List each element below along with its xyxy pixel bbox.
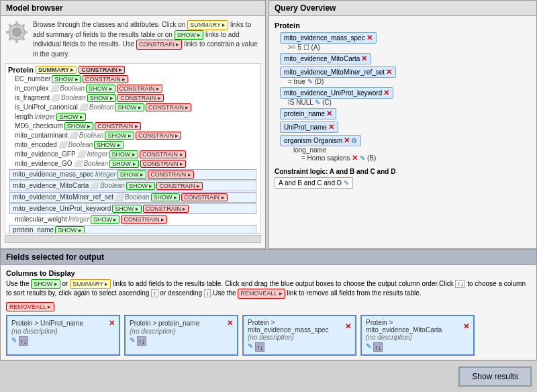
- model-browser-content: Browse through the classes and attribute…: [1, 16, 265, 248]
- remove-massspec-btn[interactable]: ✕: [367, 34, 373, 42]
- mitocarta-show-btn[interactable]: SHOW ▸: [126, 182, 156, 190]
- chip-mitocarta: mito_evidence_MitoCarta ✕: [280, 53, 371, 64]
- model-browser-panel: Model browser: [0, 0, 266, 249]
- field-row: mito_encoded ⬜ Boolean SHOW ▸: [12, 140, 259, 150]
- mitominer-show-btn[interactable]: SHOW ▸: [151, 193, 181, 201]
- remove-col-1-btn[interactable]: ✕: [109, 319, 115, 328]
- field-row-highlight: protein_name SHOW ▸: [9, 225, 256, 234]
- remove-all-btn[interactable]: REMOVEALL ▸: [6, 302, 54, 311]
- mitominer-value: = true ✎ (D): [288, 78, 531, 85]
- output-box-uniprotname[interactable]: Protein > UniProt_name ✕ (no description…: [6, 315, 120, 356]
- constraint-logic-label: Constraint logic: A and B and C and D: [275, 168, 531, 175]
- settings-organism-icon[interactable]: ⚙: [351, 137, 357, 144]
- constrain-tag-example[interactable]: CONSTRAIN ▸: [136, 40, 183, 50]
- remove-col-3-btn[interactable]: ✕: [345, 322, 351, 331]
- protein-summary-btn[interactable]: SUMMARY ▸: [36, 66, 77, 74]
- svg-rect-3: [15, 39, 18, 43]
- remove-organism-btn[interactable]: ✕: [344, 136, 350, 145]
- removeall-tag-desc[interactable]: REMOVEALL ▸: [238, 289, 285, 299]
- molweight-show-btn[interactable]: SHOW ▸: [91, 215, 120, 224]
- edit-col-2-icon[interactable]: ✎: [130, 336, 135, 346]
- chip-uniprotname: UniProt_name ✕: [280, 121, 338, 133]
- chip-uniprot-kw: mito_evidence_UniProt_keyword ✕: [280, 87, 393, 99]
- query-overview-title: Query Overview: [269, 1, 536, 16]
- isuniprot-constrain-btn[interactable]: CONSTRAIN ▸: [146, 103, 192, 111]
- isuniprot-show-btn[interactable]: SHOW ▸: [115, 103, 144, 111]
- remove-mitominer-btn[interactable]: ✕: [386, 68, 392, 77]
- show-results-button[interactable]: Show results: [458, 366, 532, 387]
- field-row: in_complex ⬜ Boolean SHOW ▸ CONSTRAIN ▸: [12, 84, 259, 93]
- mitogfp-constrain-btn[interactable]: CONSTRAIN ▸: [140, 150, 186, 158]
- uniprot-kw-constrain-btn[interactable]: CONSTRAIN ▸: [143, 205, 189, 213]
- md5-constrain-btn[interactable]: CONSTRAIN ▸: [95, 122, 141, 130]
- remove-uniprot-kw-btn[interactable]: ✕: [383, 89, 389, 97]
- sort-col-2-icon[interactable]: ↑↓: [137, 336, 146, 346]
- remove-protname-btn[interactable]: ✕: [326, 109, 332, 118]
- edit-col-1-icon[interactable]: ✎: [11, 336, 17, 346]
- field-row: molecular_weight Integer SHOW ▸ CONSTRAI…: [12, 215, 259, 224]
- mitogo-constrain-btn[interactable]: CONSTRAIN ▸: [140, 160, 187, 168]
- summary-tag-example[interactable]: SUMMARY ▸: [187, 20, 228, 30]
- isfrag-show-btn[interactable]: SHOW ▸: [87, 94, 117, 102]
- show-tag-desc[interactable]: SHOW ▸: [31, 279, 60, 289]
- ec-show-btn[interactable]: SHOW ▸: [52, 75, 81, 83]
- length-show-btn[interactable]: SHOW ▸: [56, 113, 86, 121]
- edit-constraint-logic-icon[interactable]: ✎: [344, 179, 349, 187]
- remove-col-4-btn[interactable]: ✕: [463, 322, 469, 331]
- edit-uniprot-kw-icon[interactable]: ✎: [315, 99, 320, 106]
- protname-show-btn[interactable]: SHOW ▸: [55, 226, 85, 234]
- model-browser-title: Model browser: [1, 1, 265, 16]
- molweight-constrain-btn[interactable]: CONSTRAIN ▸: [121, 215, 167, 224]
- incomplex-show-btn[interactable]: SHOW ▸: [86, 85, 115, 93]
- ec-constrain-btn[interactable]: CONSTRAIN ▸: [83, 75, 129, 83]
- mitocontam-show-btn[interactable]: SHOW ▸: [105, 132, 134, 140]
- output-box-massspec[interactable]: Protein > mito_evidence_mass_spec ✕ (no …: [242, 315, 356, 356]
- protein-constrain-btn[interactable]: CONSTRAIN ▸: [79, 66, 125, 74]
- output-box-mitocarta[interactable]: Protein > mito_evidence_MitoCarta ✕ (no …: [360, 315, 475, 356]
- summary-tag-desc[interactable]: SUMMARY ▸: [70, 279, 111, 289]
- mitocarta-constrain-btn[interactable]: CONSTRAIN ▸: [156, 182, 203, 190]
- svg-rect-5: [23, 31, 28, 34]
- show-tag-example[interactable]: SHOW ▸: [175, 30, 204, 40]
- remove-col-2-btn[interactable]: ✕: [227, 319, 233, 328]
- sort-col-3-icon[interactable]: ↑↓: [255, 342, 264, 352]
- output-box-protname[interactable]: Protein > protein_name ✕ (no description…: [124, 315, 238, 356]
- sort-col-4-icon[interactable]: ↑↓: [373, 342, 383, 352]
- mitocontam-constrain-btn[interactable]: CONSTRAIN ▸: [136, 132, 182, 140]
- organism-value: = Homo sapiens ✕ ✎ (B): [301, 154, 531, 162]
- edit-longname-icon[interactable]: ✎: [360, 154, 365, 162]
- edit-col-3-icon[interactable]: ✎: [248, 342, 253, 352]
- mitoenc-show-btn[interactable]: SHOW ▸: [94, 141, 124, 149]
- output-col-2-name: Protein > protein_name: [130, 320, 199, 327]
- columns-label: Columns to Display: [6, 269, 531, 277]
- remove-uniprotname-btn[interactable]: ✕: [328, 123, 334, 132]
- query-overview-panel: Query Overview Protein mito_evidence_mas…: [268, 0, 537, 249]
- mitominer-constrain-btn[interactable]: CONSTRAIN ▸: [181, 193, 228, 201]
- intro-text: Browse through the classes and attribute…: [33, 20, 261, 59]
- massspec-constrain-btn[interactable]: CONSTRAIN ▸: [148, 170, 194, 179]
- mitogfp-show-btn[interactable]: SHOW ▸: [109, 150, 139, 158]
- field-row-highlight: mito_evidence_MitoMiner_ref_set ⬜ Boolea…: [9, 192, 256, 203]
- field-row: is_UniProt_canonical ⬜ Boolean SHOW ▸ CO…: [12, 103, 259, 112]
- massspec-show-btn[interactable]: SHOW ▸: [117, 170, 147, 179]
- remove-mitocarta-btn[interactable]: ✕: [361, 54, 367, 63]
- edit-mitominer-icon[interactable]: ✎: [307, 78, 313, 85]
- browser-panel: Browse through the classes and attribute…: [5, 20, 261, 244]
- query-item-organism: organism Organism ✕ ⚙ long_name = Homo s…: [280, 135, 531, 162]
- query-item-mitocarta: mito_evidence_MitoCarta ✕: [280, 53, 531, 64]
- isfrag-constrain-btn[interactable]: CONSTRAIN ▸: [117, 94, 164, 102]
- constraint-logic-box: A and B and C and D ✎: [275, 177, 353, 189]
- remove-longname-btn[interactable]: ✕: [352, 154, 358, 162]
- mitogo-show-btn[interactable]: SHOW ▸: [109, 160, 139, 168]
- horizontal-scrollbar[interactable]: [5, 235, 261, 243]
- incomplex-constrain-btn[interactable]: CONSTRAIN ▸: [117, 85, 163, 93]
- fields-section: Fields selected for output Columns to Di…: [0, 249, 537, 360]
- organism-subitem: long_name = Homo sapiens ✕ ✎ (B): [293, 146, 531, 162]
- uniprot-kw-show-btn[interactable]: SHOW ▸: [112, 205, 142, 213]
- field-row-highlight: mito_evidence_mass_spec Integer SHOW ▸ C…: [9, 169, 256, 180]
- edit-col-4-icon[interactable]: ✎: [366, 342, 371, 352]
- sort-col-1-icon[interactable]: ↑↓: [19, 336, 28, 346]
- md5-show-btn[interactable]: SHOW ▸: [64, 122, 94, 130]
- field-row: mito_evidence_GFP ⬜ Integer SHOW ▸ CONST…: [12, 150, 259, 159]
- output-col-3-name: Protein > mito_evidence_mass_spec: [248, 319, 345, 334]
